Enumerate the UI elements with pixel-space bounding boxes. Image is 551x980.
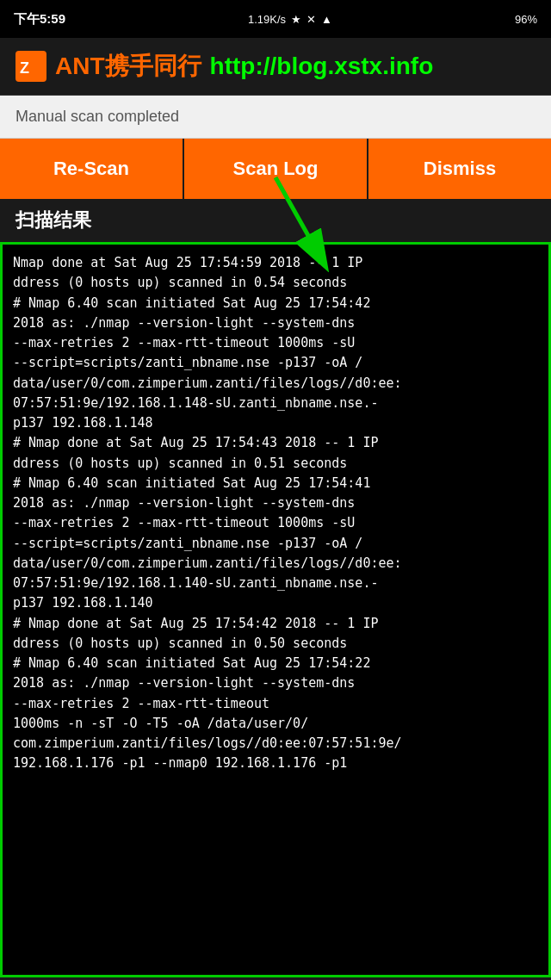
- ant-logo-icon: Z: [15, 51, 46, 82]
- app-name: ANT携手同行: [55, 50, 201, 83]
- svg-text:Z: Z: [20, 59, 29, 77]
- scan-status-text: Manual scan completed: [15, 108, 179, 125]
- battery-area: 96%: [515, 13, 537, 26]
- wifi-icon: ▲: [321, 13, 332, 26]
- status-bar: 下午5:59 1.19K/s ★ ✕ ▲ 96%: [0, 0, 551, 38]
- network-status: 1.19K/s ★ ✕ ▲: [248, 13, 332, 26]
- time-display: 下午5:59: [14, 11, 65, 28]
- rescan-button[interactable]: Re-Scan: [0, 139, 184, 199]
- section-title: 扫描结果: [0, 199, 551, 242]
- bluetooth-icon: ★: [291, 13, 301, 26]
- dismiss-button[interactable]: Dismiss: [368, 139, 551, 199]
- action-buttons-row: Re-Scan Scan Log Dismiss: [0, 139, 551, 199]
- log-output-container[interactable]: Nmap done at Sat Aug 25 17:54:59 2018 --…: [0, 242, 551, 977]
- network-speed: 1.19K/s: [248, 13, 286, 26]
- app-url: http://blog.xstx.info: [210, 53, 434, 80]
- battery-level: 96%: [515, 13, 537, 26]
- signal-icon: ✕: [306, 13, 316, 26]
- scan-status-bar: Manual scan completed: [0, 96, 551, 139]
- section-title-text: 扫描结果: [15, 209, 91, 231]
- scan-log-button[interactable]: Scan Log: [184, 139, 368, 199]
- app-header: Z ANT携手同行 http://blog.xstx.info: [0, 38, 551, 96]
- log-text: Nmap done at Sat Aug 25 17:54:59 2018 --…: [13, 253, 538, 774]
